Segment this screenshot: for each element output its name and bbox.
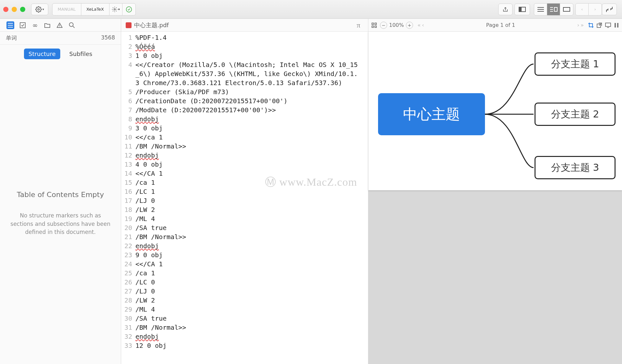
editor-pane: 中心主题.pdf π 1%PDF-1.42%Óëéá31 0 obj4<</Cr… (121, 19, 368, 364)
gear-icon (35, 6, 42, 13)
code-line[interactable]: 17/LJ 0 (121, 196, 368, 205)
share-button[interactable] (498, 4, 513, 15)
line-number: 17 (121, 196, 135, 205)
code-line[interactable]: 2%Óëéá (121, 42, 368, 51)
files-mode-button[interactable] (43, 21, 51, 29)
code-line[interactable]: 31 0 obj (121, 51, 368, 60)
pdf-file-icon (126, 22, 132, 28)
tab-subfiles[interactable]: Subfiles (65, 49, 97, 59)
code-line[interactable]: 18/LW 2 (121, 205, 368, 214)
code-line[interactable]: 8endobj (121, 115, 368, 124)
svg-rect-16 (617, 23, 618, 28)
grid-icon (372, 23, 377, 28)
infinity-mode-button[interactable]: ∞ (31, 21, 39, 29)
code-line[interactable]: 29/ML 4 (121, 305, 368, 314)
svg-point-2 (126, 6, 132, 12)
toc-empty-body: No structure markers such as sections an… (10, 212, 111, 237)
minimize-window-button[interactable] (12, 7, 17, 12)
engine-settings-button[interactable]: ▾ (109, 4, 122, 15)
code-line[interactable]: 10<</ca 1 (121, 133, 368, 142)
line-number: 3 (121, 51, 135, 60)
code-line[interactable]: 19/ML 4 (121, 214, 368, 223)
code-line[interactable]: 4<</Creator (Mozilla/5.0 \(Macintosh; In… (121, 60, 368, 87)
line-number: 9 (121, 124, 135, 133)
code-line[interactable]: 28/LW 2 (121, 296, 368, 305)
preferences-button[interactable]: ▾ (31, 4, 48, 15)
pause-preview-button[interactable] (614, 23, 619, 28)
search-mode-button[interactable] (68, 21, 76, 29)
line-text: /LW 2 (135, 205, 161, 214)
layout-preview-only[interactable] (560, 4, 573, 15)
search-icon (69, 22, 75, 28)
tab-structure[interactable]: Structure (24, 49, 60, 59)
code-line[interactable]: 5/Producer (Skia/PDF m73) (121, 87, 368, 96)
code-line[interactable]: 1%PDF-1.4 (121, 33, 368, 42)
line-number: 24 (121, 259, 135, 269)
pdf-page: 中心主题 分支主题 1 分支主题 2 分支主题 3 (368, 32, 622, 190)
checklist-mode-button[interactable] (19, 21, 27, 29)
outline-mode-button[interactable] (6, 21, 14, 29)
code-line[interactable]: 27/LJ 0 (121, 287, 368, 296)
compile-status-button[interactable] (122, 4, 135, 15)
line-text: endobj (135, 332, 165, 341)
zoom-in-button[interactable]: + (406, 22, 413, 29)
code-line[interactable]: 6/CreationDate (D:20200722015517+00'00') (121, 96, 368, 105)
math-mode-button[interactable]: π (353, 21, 363, 29)
code-line[interactable]: 25/ca 1 (121, 269, 368, 278)
page-first-button[interactable]: « (418, 22, 421, 28)
line-number: 23 (121, 250, 135, 259)
chevron-left-icon: ‹ (581, 7, 583, 12)
svg-rect-4 (519, 7, 521, 12)
code-line[interactable]: 24<</CA 1 (121, 259, 368, 269)
zoom-out-button[interactable]: − (380, 22, 387, 29)
svg-point-8 (69, 23, 73, 27)
code-line[interactable]: 20/SA true (121, 223, 368, 232)
zoom-value: 100% (389, 22, 404, 28)
toc-empty-title: Table of Contents Empty (17, 191, 104, 199)
thumbnails-button[interactable] (372, 23, 377, 28)
line-text: endobj (135, 151, 165, 160)
warnings-mode-button[interactable] (56, 21, 63, 29)
code-line[interactable]: 3312 0 obj (121, 341, 368, 350)
line-number: 2 (121, 42, 135, 51)
engine-select[interactable]: XeLaTeX (81, 4, 109, 15)
line-number: 10 (121, 133, 135, 142)
sync-icon (606, 7, 613, 12)
code-line[interactable]: 31/BM /Normal>> (121, 323, 368, 332)
code-line[interactable]: 21/BM /Normal>> (121, 232, 368, 241)
editor-filename: 中心主题.pdf (134, 21, 169, 29)
page-next-button[interactable]: › (577, 22, 579, 28)
code-line[interactable]: 93 0 obj (121, 124, 368, 133)
sync-cursor-button[interactable] (602, 4, 617, 15)
manual-mode-button[interactable]: MANUAL (52, 4, 81, 15)
nav-forward-button[interactable]: › (589, 4, 602, 15)
code-line[interactable]: 22endobj (121, 241, 368, 250)
code-line[interactable]: 30/SA true (121, 314, 368, 323)
code-line[interactable]: 7/ModDate (D:20200722015517+00'00')>> (121, 105, 368, 115)
code-line[interactable]: 11/BM /Normal>> (121, 142, 368, 151)
crop-button[interactable] (588, 23, 593, 28)
preview-viewport[interactable]: 中心主题 分支主题 1 分支主题 2 分支主题 3 (368, 32, 622, 364)
infinity-icon: ∞ (32, 21, 38, 29)
code-line[interactable]: 239 0 obj (121, 250, 368, 259)
rect-icon (563, 7, 570, 12)
code-line[interactable]: 32endobj (121, 332, 368, 341)
code-editor[interactable]: 1%PDF-1.42%Óëéá31 0 obj4<</Creator (Mozi… (121, 32, 368, 364)
single-panel-button[interactable] (514, 4, 530, 15)
layout-editor-only[interactable] (534, 4, 547, 15)
layout-split[interactable] (547, 4, 560, 15)
line-text: /CreationDate (D:20200722015517+00'00') (135, 96, 294, 105)
close-window-button[interactable] (3, 7, 8, 12)
code-line[interactable]: 12endobj (121, 151, 368, 160)
present-button[interactable] (605, 23, 611, 28)
svg-rect-9 (372, 23, 374, 25)
line-number: 31 (121, 323, 135, 332)
external-open-button[interactable] (597, 23, 602, 28)
svg-point-0 (38, 8, 40, 10)
code-line[interactable]: 134 0 obj (121, 160, 368, 169)
page-last-button[interactable]: » (581, 22, 584, 28)
mindmap-central-node: 中心主题 (378, 93, 485, 135)
code-line[interactable]: 26/LC 0 (121, 278, 368, 287)
zoom-window-button[interactable] (20, 7, 25, 12)
nav-back-button[interactable]: ‹ (576, 4, 589, 15)
